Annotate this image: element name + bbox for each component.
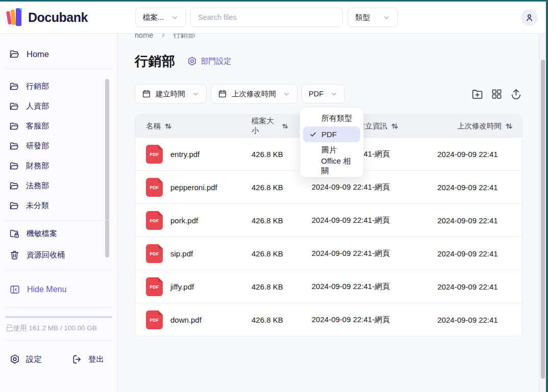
type-menu-item-office[interactable]: Office 相關 [303, 158, 360, 174]
type-filter-value: PDF [309, 90, 323, 98]
sidebar-folder-service[interactable]: 客服部 [9, 116, 105, 136]
sidebar-item-label: 研發部 [26, 141, 49, 151]
table-row[interactable]: PDFdown.pdf 426.8 KB 2024-09-09 22:41-網頁… [135, 303, 522, 336]
folder-icon [9, 141, 19, 151]
sidebar-item-label: 機敏檔案 [27, 229, 57, 239]
docubank-logo-icon [7, 8, 23, 27]
sidebar-item-label: 財務部 [26, 161, 49, 171]
sidebar-folder-uncategorized[interactable]: 未分類 [9, 196, 105, 216]
type-filter[interactable]: PDF [302, 84, 345, 103]
trash-icon [9, 250, 20, 260]
breadcrumb-home[interactable]: home [135, 34, 153, 39]
sidebar-folder-legal[interactable]: 法務部 [9, 176, 105, 196]
file-name: entry.pdf [170, 150, 200, 159]
chevron-down-icon [330, 90, 338, 98]
file-modified: 2024-09-09 22:41 [413, 316, 522, 324]
file-created: 2024-09-09 22:41-網頁 [288, 249, 413, 258]
file-scope-label: 檔案... [143, 13, 164, 22]
type-filter-dropdown-header[interactable]: 類型 [347, 8, 398, 27]
file-created: 2024-09-09 22:41-網頁 [288, 315, 413, 325]
column-label: 上次修改時間 [457, 121, 502, 131]
menu-item-label: 圖片 [321, 145, 337, 155]
user-avatar[interactable] [521, 9, 538, 26]
file-name: pepperoni.pdf [170, 183, 217, 192]
chevron-right-icon [160, 34, 166, 38]
folder-icon [9, 161, 19, 171]
file-created: 2024-09-09 22:41-網頁 [288, 216, 413, 225]
file-size: 426.8 KB [242, 216, 288, 225]
sidebar-folder-finance[interactable]: 財務部 [9, 156, 105, 176]
department-settings-link[interactable]: 部門設定 [187, 56, 232, 67]
file-created: 2024-09-09 22:41-網頁 [288, 282, 413, 292]
sidebar-item-label: 行銷部 [26, 82, 49, 91]
sidebar-item-label: 法務部 [26, 181, 49, 191]
folder-icon [9, 101, 19, 112]
file-size: 426.8 KB [242, 183, 288, 192]
table-row[interactable]: PDFpork.pdf 426.8 KB 2024-09-09 22:41-網頁… [135, 203, 522, 237]
column-header-name[interactable]: 名稱 [135, 121, 242, 131]
sidebar-item-label: Home [27, 49, 49, 59]
settings-button[interactable]: 設定 [9, 354, 42, 365]
pdf-file-icon: PDF [146, 310, 163, 329]
chevron-down-icon [283, 90, 290, 98]
sidebar-item-label: 未分類 [26, 201, 49, 211]
type-filter-label: 類型 [355, 13, 370, 22]
created-time-filter[interactable]: 建立時間 [135, 84, 207, 103]
pdf-file-icon: PDF [146, 145, 163, 164]
new-folder-button[interactable] [470, 87, 484, 100]
upload-button[interactable] [509, 87, 522, 100]
department-settings-label: 部門設定 [201, 57, 232, 66]
sidebar-item-recycle-bin[interactable]: 資源回收桶 [9, 244, 105, 266]
hide-menu-label: Hide Menu [27, 285, 66, 294]
brand-logo[interactable]: Docubank [7, 8, 88, 27]
grid-view-button[interactable] [490, 87, 503, 100]
sidebar-scrollbar-thumb[interactable] [105, 79, 109, 257]
type-filter-menu: 所有類型 PDF 圖片 Office 相關 [300, 107, 364, 177]
sidebar-folder-hr[interactable]: 人資部 [9, 96, 105, 116]
sidebar-item-label: 資源回收桶 [27, 250, 65, 260]
column-header-modified[interactable]: 上次修改時間 [413, 121, 522, 131]
sort-icon [505, 122, 513, 130]
file-created: 2024-09-09 22:41-網頁 [288, 182, 413, 192]
column-header-size[interactable]: 檔案大小 [242, 116, 288, 136]
file-modified: 2024-09-09 22:41 [413, 249, 522, 258]
column-label: 檔案大小 [252, 116, 278, 136]
gear-icon [187, 56, 197, 67]
scrollbar-thumb[interactable] [541, 60, 545, 379]
folder-plus-icon [471, 88, 484, 100]
created-time-filter-label: 建立時間 [156, 89, 185, 99]
vertical-scrollbar[interactable] [539, 34, 546, 392]
calendar-icon [218, 89, 227, 98]
file-modified: 2024-09-09 22:41 [413, 282, 522, 291]
storage-usage-bar [5, 316, 112, 318]
modified-time-filter[interactable]: 上次修改時間 [211, 84, 297, 103]
file-name: jiffy.pdf [170, 282, 194, 291]
file-name: pork.pdf [170, 216, 198, 225]
divider [5, 307, 112, 308]
chevron-down-icon [383, 14, 390, 21]
hide-menu-button[interactable]: Hide Menu [9, 281, 66, 298]
type-menu-item-all[interactable]: 所有類型 [303, 111, 360, 126]
logout-button[interactable]: 登出 [71, 354, 104, 365]
sort-icon [164, 122, 172, 130]
sidebar-folder-marketing[interactable]: 行銷部 [9, 76, 105, 96]
page-title: 行銷部 [135, 53, 176, 70]
sort-icon [391, 122, 398, 130]
menu-item-label: Office 相關 [321, 156, 357, 176]
file-scope-dropdown[interactable]: 檔案... [135, 8, 186, 27]
sidebar-folder-rd[interactable]: 研發部 [9, 136, 105, 156]
file-size: 426.8 KB [242, 282, 288, 291]
type-menu-item-pdf[interactable]: PDF [303, 126, 360, 142]
chevron-down-icon [171, 14, 179, 21]
sidebar-item-home[interactable]: Home [9, 46, 49, 62]
sidebar-bottom-actions: 設定 登出 [9, 351, 108, 368]
menu-item-label: PDF [321, 130, 337, 139]
sidebar-special-list: 機敏檔案 資源回收桶 [9, 223, 105, 266]
sidebar-item-secure-files[interactable]: 機敏檔案 [9, 223, 105, 244]
file-size: 426.8 KB [242, 150, 288, 159]
table-row[interactable]: PDFsip.pdf 426.8 KB 2024-09-09 22:41-網頁 … [135, 237, 522, 270]
type-menu-item-image[interactable]: 圖片 [303, 142, 360, 158]
table-row[interactable]: PDFjiffy.pdf 426.8 KB 2024-09-09 22:41-網… [135, 270, 522, 303]
pdf-file-icon: PDF [146, 178, 163, 197]
search-input[interactable] [190, 8, 343, 27]
